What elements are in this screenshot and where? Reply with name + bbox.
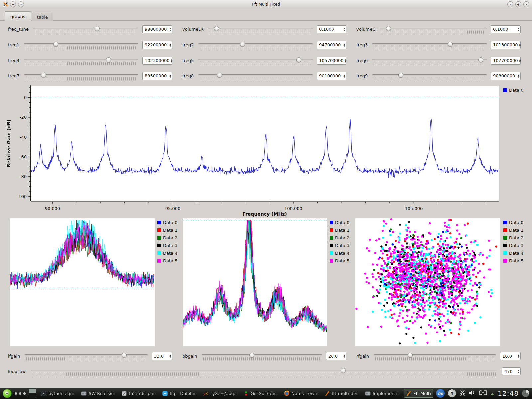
- load-pie-icon[interactable]: [522, 390, 529, 397]
- hp-tray-icon[interactable]: hp: [436, 389, 445, 398]
- slider-track[interactable]: [198, 74, 313, 76]
- slider-track[interactable]: [372, 59, 487, 61]
- maximize-button[interactable]: ◆: [515, 1, 521, 7]
- spinbox-freq7[interactable]: 89500000▲▼: [142, 72, 172, 80]
- slider-handle[interactable]: [122, 353, 127, 358]
- spinbox-freq8[interactable]: 90100000▲▼: [317, 72, 346, 80]
- spinbox-value[interactable]: 94700000: [319, 42, 342, 47]
- spinbox-freq3[interactable]: 101300000▲▼: [491, 41, 521, 49]
- tray-expander-icon[interactable]: [490, 390, 494, 397]
- slider-handle[interactable]: [386, 26, 391, 31]
- clock[interactable]: 12:48: [498, 389, 519, 397]
- slider-bbgain[interactable]: [202, 351, 322, 361]
- slider-freq5[interactable]: [198, 56, 313, 65]
- spinbox-value[interactable]: 26,0: [328, 354, 342, 359]
- slider-handle[interactable]: [408, 353, 413, 358]
- slider-freq7[interactable]: [24, 71, 138, 81]
- spinbox-freq1[interactable]: 92200000▲▼: [142, 41, 172, 49]
- taskbar-task-python-gnur[interactable]: >_python : gnur: [39, 389, 78, 398]
- spinbox-value[interactable]: 33,0: [154, 354, 168, 359]
- taskbar-task-fig-dolphin[interactable]: fig – Dolphin: [161, 389, 200, 398]
- slider-freq6[interactable]: [372, 56, 487, 65]
- slider-handle[interactable]: [106, 57, 111, 62]
- taskbar-task-notes-owncl[interactable]: Notes - ownCl: [282, 389, 322, 398]
- taskbar-task-fa2-rds-parse[interactable]: fa2: rds_parse: [120, 389, 159, 398]
- spin-down-icon[interactable]: ▼: [169, 45, 171, 47]
- spinbox-volumeLR[interactable]: 0,1000▲▼: [317, 25, 346, 33]
- slider-track[interactable]: [24, 59, 138, 61]
- taskbar-task-lyx-abgabe[interactable]: yXLyX: ~/abgabe: [201, 389, 240, 398]
- spinbox-value[interactable]: 16,0: [502, 354, 516, 359]
- slider-handle[interactable]: [214, 26, 219, 31]
- desktop-1[interactable]: [29, 389, 36, 393]
- spinbox-freq6[interactable]: 107700000▲▼: [491, 57, 521, 65]
- slider-freq2[interactable]: [198, 40, 313, 50]
- slider-rfgain[interactable]: [374, 351, 496, 361]
- taskbar-task-fft-multi-decod[interactable]: fft-multi-decod: [323, 389, 362, 398]
- taskbar-task-git-gui-abgab[interactable]: Git Gui (abgab: [242, 389, 281, 398]
- spin-down-icon[interactable]: ▼: [519, 45, 521, 47]
- slider-track[interactable]: [208, 28, 313, 29]
- spinbox-value[interactable]: 89500000: [145, 73, 168, 78]
- spinbox-value[interactable]: 107700000: [493, 58, 518, 63]
- slider-track[interactable]: [25, 354, 148, 356]
- slider-loop_bw[interactable]: [31, 367, 497, 376]
- spin-down-icon[interactable]: ▼: [343, 45, 345, 47]
- spinbox-value[interactable]: 470: [504, 369, 516, 374]
- slider-track[interactable]: [198, 43, 313, 45]
- spinbox-loop_bw[interactable]: 470▲▼: [502, 367, 521, 375]
- spinbox-volumeC[interactable]: 0,1000▲▼: [491, 25, 521, 33]
- klipper-scissors-icon[interactable]: [459, 390, 466, 397]
- taskbar-task-fft-multi-fixed[interactable]: Fft Multi Fixed: [404, 389, 433, 398]
- slider-handle[interactable]: [478, 57, 483, 62]
- taskbar-task-implementieru[interactable]: Implementieru: [363, 389, 403, 398]
- slider-handle[interactable]: [249, 353, 254, 358]
- spin-down-icon[interactable]: ▼: [519, 61, 521, 63]
- desktop-pager[interactable]: [29, 389, 36, 398]
- spinbox-freq_tune[interactable]: 98800000▲▼: [142, 25, 172, 33]
- slider-handle[interactable]: [95, 26, 100, 31]
- spinbox-value[interactable]: 90800000: [493, 73, 516, 78]
- slider-track[interactable]: [198, 59, 313, 61]
- yast-tray-icon[interactable]: Y: [448, 389, 456, 397]
- slider-ifgain[interactable]: [25, 351, 148, 361]
- spinbox-value[interactable]: 98800000: [145, 27, 168, 32]
- slider-freq9[interactable]: [372, 71, 487, 81]
- slider-handle[interactable]: [41, 73, 46, 78]
- spin-down-icon[interactable]: ▼: [343, 76, 345, 78]
- spin-down-icon[interactable]: ▼: [343, 29, 345, 31]
- spinbox-ifgain[interactable]: 33,0▲▼: [152, 352, 172, 360]
- tab-table[interactable]: table: [32, 13, 53, 21]
- slider-freq4[interactable]: [24, 56, 138, 65]
- spin-down-icon[interactable]: ▼: [169, 76, 171, 78]
- slider-track[interactable]: [31, 370, 497, 371]
- slider-track[interactable]: [33, 28, 138, 29]
- spin-down-icon[interactable]: ▼: [518, 356, 519, 358]
- volume-speaker-icon[interactable]: [469, 390, 476, 397]
- slider-handle[interactable]: [448, 42, 453, 47]
- slider-track[interactable]: [380, 28, 487, 29]
- slider-handle[interactable]: [296, 57, 301, 62]
- slider-volumeC[interactable]: [380, 25, 487, 34]
- spinbox-freq2[interactable]: 94700000▲▼: [317, 41, 346, 49]
- spinbox-value[interactable]: 0,1000: [493, 27, 516, 32]
- minimize-button[interactable]: ∨: [507, 1, 513, 7]
- spinbox-value[interactable]: 102300000: [145, 58, 169, 63]
- slider-handle[interactable]: [398, 73, 403, 78]
- spinbox-value[interactable]: 90100000: [319, 73, 342, 78]
- shade-button[interactable]: ∧: [18, 1, 24, 7]
- pin-button[interactable]: ●: [10, 1, 16, 7]
- slider-track[interactable]: [372, 74, 487, 76]
- slider-handle[interactable]: [240, 42, 245, 47]
- spin-down-icon[interactable]: ▼: [518, 76, 519, 78]
- close-button[interactable]: ×: [523, 1, 529, 7]
- spinbox-freq4[interactable]: 102300000▲▼: [142, 57, 172, 65]
- suse-menu-icon[interactable]: [3, 389, 12, 398]
- spinbox-bbgain[interactable]: 26,0▲▼: [326, 352, 346, 360]
- slider-freq8[interactable]: [198, 71, 313, 81]
- spin-down-icon[interactable]: ▼: [169, 356, 171, 358]
- spinbox-value[interactable]: 92200000: [145, 42, 168, 47]
- slider-track[interactable]: [24, 43, 138, 45]
- slider-handle[interactable]: [341, 368, 346, 373]
- slider-freq3[interactable]: [372, 40, 487, 50]
